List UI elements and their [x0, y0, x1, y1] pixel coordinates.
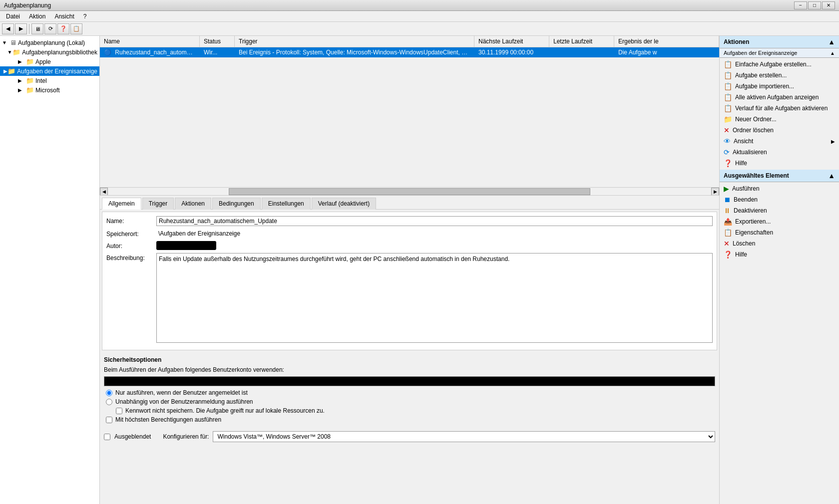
export-button[interactable]: 📋 [70, 23, 82, 34]
scroll-right-button[interactable]: ▶ [711, 188, 719, 196]
sidebar-item-apple[interactable]: ▶ 📁 Apple [0, 57, 99, 66]
col-header-last[interactable]: Letzte Laufzeit [549, 36, 614, 47]
toggle-microsoft[interactable]: ▶ [18, 87, 26, 93]
action-label-import: Aufgabe importieren... [735, 83, 794, 90]
actions-collapse-sub[interactable]: ▲ [830, 50, 835, 56]
col-header-next[interactable]: Nächste Laufzeit [474, 36, 549, 47]
help-button[interactable]: ❓ [57, 23, 69, 34]
toggle-root[interactable]: ▼ [2, 40, 10, 45]
scroll-thumb[interactable] [229, 188, 591, 195]
checkbox-item-2: Mit höchsten Berechtigungen ausführen [104, 416, 715, 423]
sidebar-label-ereignis: Aufgaben der Ereignisanzeige [17, 68, 97, 75]
refresh-button[interactable]: ⟳ [44, 23, 56, 34]
toggle-apple[interactable]: ▶ [18, 59, 26, 64]
minimize-button[interactable]: − [794, 1, 807, 9]
action-delete[interactable]: ✕ Löschen [720, 238, 839, 249]
close-button[interactable]: ✕ [822, 1, 835, 9]
maximize-button[interactable]: □ [808, 1, 821, 9]
action-export[interactable]: 📤 Exportieren... [720, 216, 839, 227]
toggle-ereignis[interactable]: ▶ [3, 68, 7, 74]
hidden-checkbox[interactable] [104, 434, 110, 440]
hidden-label: Ausgeblendet [114, 433, 151, 440]
sidebar-label-microsoft: Microsoft [35, 87, 60, 94]
action-show-active[interactable]: 📋 Alle aktiven Aufgaben anzeigen [720, 92, 839, 103]
computer-icon: 🖥 [10, 39, 16, 46]
action-stop[interactable]: ⏹ Beenden [720, 194, 839, 205]
form-container: Name: Speicherort: \Aufgaben der Ereigni… [102, 212, 717, 350]
tab-trigger[interactable]: Trigger [142, 198, 174, 210]
action-new-folder[interactable]: 📁 Neuer Ordner... [720, 114, 839, 125]
security-user-input[interactable] [104, 376, 715, 386]
task-name: 🔵 Ruhezustand_nach_automatischem_Up... [100, 47, 200, 57]
tab-allgemein[interactable]: Allgemein [102, 198, 141, 210]
checkbox-no-password[interactable] [116, 408, 122, 414]
back-button[interactable]: ◀ [2, 23, 14, 34]
action-create-task[interactable]: 📋 Aufgabe erstellen... [720, 70, 839, 81]
action-label-new-folder: Neuer Ordner... [735, 116, 777, 123]
action-create-simple[interactable]: 📋 Einfache Aufgabe erstellen... [720, 59, 839, 70]
create-task-icon: 📋 [724, 71, 732, 79]
col-header-status[interactable]: Status [200, 36, 235, 47]
sidebar-item-microsoft[interactable]: ▶ 📁 Microsoft [0, 85, 99, 95]
action-label-delete: Löschen [733, 240, 755, 247]
action-deactivate[interactable]: ⏸ Deaktivieren [720, 205, 839, 216]
form-row-desc: Beschreibung: Falls ein Update außerhalb… [106, 253, 713, 343]
action-refresh[interactable]: ⟳ Aktualisieren [720, 147, 839, 158]
tab-bedingungen[interactable]: Bedingungen [212, 198, 261, 210]
actions-collapse-1[interactable]: ▲ [828, 38, 835, 46]
toggle-lib[interactable]: ▼ [7, 49, 13, 55]
col-header-result[interactable]: Ergebnis der le [614, 36, 719, 47]
config-select[interactable]: Windows Vista™, Windows Server™ 2008 Win… [213, 431, 715, 442]
content-area: Name Status Trigger Nächste Laufzeit Let… [100, 36, 719, 504]
radio-user-logon[interactable] [106, 390, 112, 396]
action-enable-history[interactable]: 📋 Verlauf für alle Aufgaben aktivieren [720, 103, 839, 114]
action-help-2[interactable]: ❓ Hilfe [720, 249, 839, 260]
tab-verlauf[interactable]: Verlauf (deaktiviert) [312, 198, 376, 210]
sidebar-label-lib: Aufgabenplanungsbibliothek [22, 49, 97, 56]
action-import[interactable]: 📋 Aufgabe importieren... [720, 81, 839, 92]
sidebar-item-root[interactable]: ▼ 🖥 Aufgabenplanung (Lokal) [0, 38, 99, 47]
checkbox-highest-priv[interactable] [106, 417, 112, 423]
menu-help[interactable]: ? [79, 12, 91, 21]
col-header-name[interactable]: Name [100, 36, 200, 47]
col-header-trigger[interactable]: Trigger [235, 36, 474, 47]
actions-collapse-2[interactable]: ▲ [828, 172, 835, 180]
scroll-track[interactable] [108, 188, 711, 195]
action-run[interactable]: ▶ Ausführen [720, 183, 839, 194]
computer-button[interactable]: 🖥 [31, 23, 43, 34]
action-help-1[interactable]: ❓ Hilfe [720, 158, 839, 169]
action-properties[interactable]: 📋 Eigenschaften [720, 227, 839, 238]
action-delete-folder[interactable]: ✕ Ordner löschen [720, 125, 839, 136]
desc-textarea[interactable]: Falls ein Update außerhalb des Nutzungsz… [156, 253, 713, 343]
enable-history-icon: 📋 [724, 104, 732, 112]
sidebar-item-ereignis[interactable]: ▶ 📁 Aufgaben der Ereignisanzeige [0, 66, 99, 76]
name-input[interactable] [156, 216, 713, 226]
toggle-intel[interactable]: ▶ [18, 78, 26, 83]
export-icon: 📤 [724, 218, 732, 226]
table-row[interactable]: 🔵 Ruhezustand_nach_automatischem_Up... W… [100, 47, 719, 58]
actions-title-2: Ausgewähltes Element [724, 172, 789, 179]
scroll-left-button[interactable]: ◀ [100, 188, 108, 196]
checkbox-label-2: Mit höchsten Berechtigungen ausführen [115, 416, 221, 423]
tab-bar: Allgemein Trigger Aktionen Bedingungen E… [100, 196, 719, 210]
tab-aktionen[interactable]: Aktionen [175, 198, 211, 210]
form-row-location: Speicherort: \Aufgaben der Ereignisanzei… [106, 229, 713, 238]
sidebar-item-intel[interactable]: ▶ 📁 Intel [0, 76, 99, 85]
task-last [549, 51, 614, 54]
folder-icon-apple: 📁 [26, 58, 34, 65]
title-bar: Aufgabenplanung − □ ✕ [0, 0, 839, 11]
horizontal-scrollbar[interactable]: ◀ ▶ [100, 187, 719, 195]
sidebar-item-lib[interactable]: ▼ 📁 Aufgabenplanungsbibliothek [0, 47, 99, 57]
menu-ansicht[interactable]: Ansicht [50, 12, 78, 21]
task-table: Name Status Trigger Nächste Laufzeit Let… [100, 36, 719, 196]
menu-aktion[interactable]: Aktion [25, 12, 49, 21]
forward-button[interactable]: ▶ [15, 23, 27, 34]
sidebar-label-root: Aufgabenplanung (Lokal) [18, 39, 85, 46]
action-view[interactable]: 👁 Ansicht ▶ [720, 136, 839, 147]
task-trigger: Bei Ereignis - Protokoll: System, Quelle… [235, 47, 474, 57]
radio-label-1: Nur ausführen, wenn der Benutzer angemel… [115, 389, 248, 396]
menu-datei[interactable]: Datei [2, 12, 24, 21]
sidebar: ▼ 🖥 Aufgabenplanung (Lokal) ▼ 📁 Aufgaben… [0, 36, 100, 504]
tab-einstellungen[interactable]: Einstellungen [262, 198, 311, 210]
radio-independent[interactable] [106, 399, 112, 405]
